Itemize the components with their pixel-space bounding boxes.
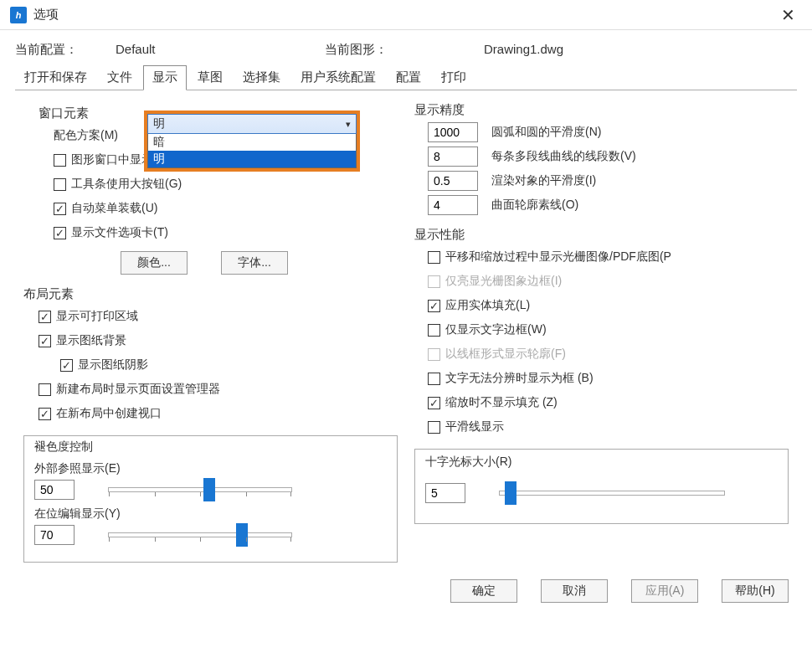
display-precision-title: 显示精度 <box>414 102 789 118</box>
color-button[interactable]: 颜色... <box>121 251 188 275</box>
arc-smooth-label: 圆弧和圆的平滑度(N) <box>491 125 601 140</box>
chk-printable-label: 显示可打印区域 <box>56 309 138 324</box>
chk-textasbox[interactable] <box>428 373 440 385</box>
chk-filetabs[interactable] <box>54 227 66 239</box>
crosshair-title: 十字光标大小(R) <box>422 455 515 470</box>
tab-draft[interactable]: 草图 <box>188 65 232 90</box>
chk-smoothline[interactable] <box>428 421 440 434</box>
arc-smooth-input[interactable] <box>428 122 478 142</box>
chk-zoomfill-label: 缩放时不显示填充 (Z) <box>445 395 558 410</box>
ok-button[interactable]: 确定 <box>450 579 517 603</box>
drawing-value: Drawing1.dwg <box>484 42 563 58</box>
chk-paperbg[interactable] <box>39 335 51 347</box>
chk-wireframe <box>428 348 440 361</box>
contour-label: 曲面轮廓素线(O) <box>491 198 578 213</box>
chk-automenu[interactable] <box>54 203 66 215</box>
chk-bigbtn[interactable] <box>54 178 66 191</box>
seg-input[interactable] <box>428 147 478 167</box>
window-title: 选项 <box>33 7 59 23</box>
xref-fade-input[interactable] <box>34 480 75 500</box>
slider-thumb[interactable] <box>505 481 516 505</box>
close-icon[interactable]: ✕ <box>774 5 802 25</box>
chk-solidfill[interactable] <box>428 300 440 312</box>
dropdown-item-dark[interactable]: 暗 <box>148 134 356 151</box>
chk-paperbg-label: 显示图纸背景 <box>56 333 126 348</box>
chk-pagesetup[interactable] <box>39 383 51 396</box>
apply-button[interactable]: 应用(A) <box>631 579 698 603</box>
xref-fade-label: 外部参照显示(E) <box>34 461 387 476</box>
render-smooth-label: 渲染对象的平滑度(I) <box>491 173 596 188</box>
chk-filetabs-label: 显示文件选项卡(T) <box>71 225 168 240</box>
drawing-label: 当前图形： <box>325 42 484 58</box>
tab-bar: 打开和保存 文件 显示 草图 选择集 用户系统配置 配置 打印 <box>15 64 797 90</box>
tab-profile[interactable]: 配置 <box>387 65 430 90</box>
app-icon: h <box>10 7 27 23</box>
cancel-button[interactable]: 取消 <box>541 579 608 603</box>
inplace-fade-label: 在位编辑显示(Y) <box>34 506 387 522</box>
tab-display[interactable]: 显示 <box>143 65 187 90</box>
dropdown-item-light[interactable]: 明 <box>148 151 356 167</box>
chk-textframe[interactable] <box>428 324 440 337</box>
display-performance-title: 显示性能 <box>414 227 789 243</box>
chk-panzoom[interactable] <box>428 251 440 264</box>
tab-print[interactable]: 打印 <box>432 65 475 90</box>
crosshair-input[interactable] <box>425 483 465 503</box>
color-scheme-dropdown-highlight: 明 ▾ 暗 明 <box>144 111 360 172</box>
config-value: Default <box>116 42 325 58</box>
layout-elements-title: 布局元素 <box>23 286 398 302</box>
chk-textasbox-label: 文字无法分辨时显示为框 (B) <box>445 371 594 386</box>
inplace-fade-slider[interactable] <box>108 532 292 537</box>
chk-textframe-label: 仅显示文字边框(W) <box>445 322 547 337</box>
render-smooth-input[interactable] <box>428 171 478 191</box>
chevron-down-icon: ▾ <box>346 119 351 130</box>
chk-smoothline-label: 平滑线显示 <box>445 419 504 434</box>
chk-printable[interactable] <box>39 311 51 323</box>
chk-zoomfill[interactable] <box>428 397 440 409</box>
tab-system[interactable]: 用户系统配置 <box>291 65 385 90</box>
color-scheme-label: 配色方案(M) <box>54 128 118 143</box>
chk-panzoom-label: 平移和缩放过程中显示光栅图像/PDF底图(P <box>445 249 671 265</box>
chk-pagesetup-label: 新建布局时显示页面设置管理器 <box>56 382 220 397</box>
chk-automenu-label: 自动菜单装载(U) <box>71 201 157 216</box>
dropdown-list: 暗 明 <box>147 134 357 168</box>
chk-createvp-label: 在新布局中创建视口 <box>56 406 162 421</box>
contour-input[interactable] <box>428 195 478 215</box>
chk-solidfill-label: 应用实体填充(L) <box>445 298 530 313</box>
font-button[interactable]: 字体... <box>221 251 288 275</box>
chk-createvp[interactable] <box>39 408 51 420</box>
xref-fade-slider[interactable] <box>108 487 292 492</box>
help-button[interactable]: 帮助(H) <box>722 579 789 603</box>
chk-papershadow-label: 显示图纸阴影 <box>78 357 148 373</box>
chk-rasterframe-label: 仅亮显光栅图象边框(I) <box>445 274 562 289</box>
slider-thumb[interactable] <box>236 523 248 547</box>
chk-wireframe-label: 以线框形式显示轮廓(F) <box>445 347 566 362</box>
dropdown-selected: 明 <box>153 116 165 131</box>
inplace-fade-input[interactable] <box>34 525 75 545</box>
seg-label: 每条多段线曲线的线段数(V) <box>491 149 636 164</box>
chk-rasterframe <box>428 275 440 288</box>
color-scheme-dropdown[interactable]: 明 ▾ <box>147 114 357 134</box>
tab-select[interactable]: 选择集 <box>234 65 290 90</box>
slider-thumb[interactable] <box>203 478 215 501</box>
config-label: 当前配置： <box>15 42 116 58</box>
tab-file[interactable]: 文件 <box>98 65 141 90</box>
crosshair-slider[interactable] <box>499 491 725 496</box>
chk-bigbtn-label: 工具条使用大按钮(G) <box>71 177 182 192</box>
fade-control-title: 褪色度控制 <box>31 440 96 455</box>
chk-papershadow[interactable] <box>60 359 73 372</box>
chk-scrollbar[interactable] <box>54 154 66 167</box>
tab-open-save[interactable]: 打开和保存 <box>15 65 96 90</box>
